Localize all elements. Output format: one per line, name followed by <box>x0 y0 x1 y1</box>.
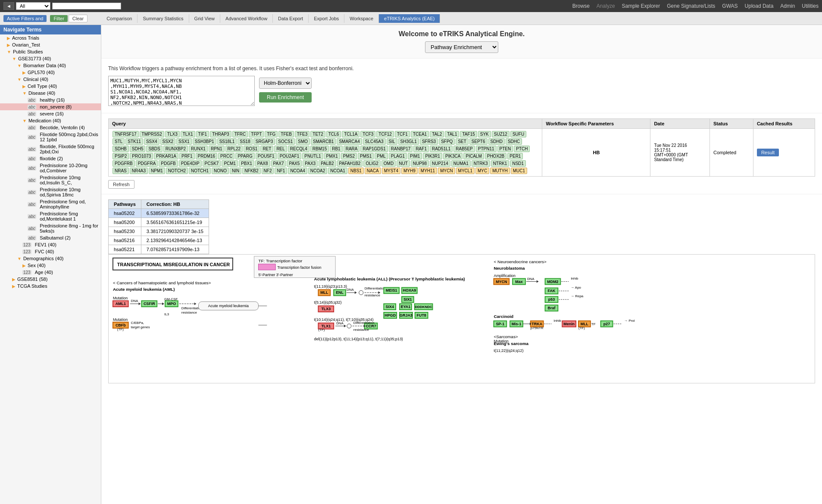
sidebar-label: Prednisolone 8mg - 1mg for 5wks(s <box>40 223 99 233</box>
nav-grid-view[interactable]: Grid View <box>189 14 220 23</box>
back-button[interactable]: ◄ <box>3 2 14 10</box>
nav-export-jobs[interactable]: Export Jobs <box>309 14 344 23</box>
sidebar-item-gpl570[interactable]: ▶ GPL570 (40) <box>0 69 101 76</box>
mycn-gene: MYCN <box>496 280 507 284</box>
diff-resistance-2b: resistance <box>365 293 381 297</box>
mdm2-gene: MDM2 <box>547 280 558 284</box>
sidebar-item-fvc[interactable]: 123 FVC (40) <box>0 248 101 255</box>
sidebar-item-fev1[interactable]: 123 FEV1 (40) <box>0 241 101 248</box>
gene-tag: NSD1 <box>510 160 526 167</box>
all-label: Acute lymphoblastic leukemia (ALL) (Prec… <box>314 277 465 281</box>
sidebar-item-flixotide3[interactable]: abc flixotide (2) <box>0 155 101 162</box>
gene-tag: PAX3 <box>303 160 318 167</box>
target-genes-label: target genes <box>131 325 150 329</box>
sidebar-item-pred5[interactable]: abc Prednisolone 5mg od,Montelukast 1 <box>0 210 101 222</box>
sidebar-item-disease[interactable]: ▼ Disease (40) <box>0 90 101 96</box>
gene-tag: PIM1 <box>408 153 422 159</box>
sidebar-item-age[interactable]: 123 Age (40) <box>0 269 101 276</box>
nav-gwas[interactable]: GWAS <box>722 3 738 9</box>
gene-tag: SH3GL1 <box>398 138 419 145</box>
run-enrichment-button[interactable]: Run Enrichment <box>259 92 312 103</box>
result-button[interactable]: Result <box>757 149 779 156</box>
gene-tag: MYCN <box>438 168 455 174</box>
nav-workspace[interactable]: Workspace <box>344 14 379 23</box>
sidebar-item-healthy[interactable]: abc healthy (16) <box>0 96 101 103</box>
pathway-table-row[interactable]: hsa052217.076285714197909e-13 <box>109 245 209 254</box>
gene-tag: TET2 <box>310 131 325 137</box>
mutation-label-1: Mutation <box>113 296 128 300</box>
sidebar-item-sex[interactable]: ▶ Sex (40) <box>0 262 101 269</box>
nav-analyze[interactable]: Analyze <box>597 3 615 9</box>
sidebar-item-cell-type[interactable]: ▶ Cell Type (40) <box>0 83 101 90</box>
refresh-button[interactable]: Refresh <box>108 180 134 189</box>
nav-advanced-workflow[interactable]: Advanced Workflow <box>220 14 273 23</box>
gene-tag: TFPT <box>249 131 264 137</box>
sidebar-item-clinical[interactable]: ▼ Clinical (40) <box>0 76 101 83</box>
sidebar-item-gse8581[interactable]: ▶ GSE8581 (58) <box>0 276 101 283</box>
correction-method-select[interactable]: Holm-BonferroniBonferroniBH <box>259 78 312 89</box>
nav-browse[interactable]: Browse <box>572 3 590 9</box>
gene-list-input[interactable]: MUC1,MUTYH,MYC,MYCL1,MYCN ,MYH11,MYH9,MY… <box>108 76 255 106</box>
fut8-gene: FUT8 <box>417 313 426 317</box>
sidebar-item-pred4[interactable]: abc Prednisolone 5mg od, Aminophylline <box>0 198 101 210</box>
sidebar-item-biomarker[interactable]: ▼ Biomarker Data (40) <box>0 62 101 69</box>
nav-utilities[interactable]: Utilities <box>802 3 819 9</box>
sidebar-item-public-studies[interactable]: ▼ Public Studies <box>0 48 101 55</box>
sidebar-item-gse31773[interactable]: ▼ GSE31773 (40) <box>0 55 101 62</box>
search-category-select[interactable]: All <box>16 2 50 10</box>
gene-tag: SUFU <box>510 131 526 137</box>
gene-tag: STL <box>113 138 125 145</box>
sidebar-item-ovarian-test[interactable]: ▶ Ovarian_Test <box>0 41 101 48</box>
nav-data-export[interactable]: Data Export <box>273 14 309 23</box>
gene-tag: TFG <box>265 131 278 137</box>
sidebar-label: Age (40) <box>35 270 53 275</box>
sidebar-item-across-trials[interactable]: ▶ Across Trials <box>0 34 101 41</box>
gene-tag: SSX1 <box>176 138 192 145</box>
gene-tag: NCOA2 <box>308 168 327 174</box>
sidebar-item-pred3[interactable]: abc Prednisolone 10mg od,Spiriva 18mc <box>0 186 101 198</box>
gene-tag: TNFRSF17 <box>113 131 139 137</box>
pathway-table-row[interactable]: hsa052026.538599733361786e-32 <box>109 209 209 218</box>
folder-icon: ▼ <box>17 63 22 68</box>
clear-button[interactable]: Clear <box>69 15 88 22</box>
csfir-gene: CSFIR <box>144 302 155 306</box>
max-gene: Max <box>515 280 522 284</box>
gene-tag: SDHD <box>488 138 505 145</box>
gene-tag: RAB5EP <box>453 146 475 152</box>
sidebar-item-severe[interactable]: abc severe (16) <box>0 110 101 117</box>
gene-tag: SET <box>456 138 468 145</box>
filter-button[interactable]: Filter <box>50 15 67 22</box>
sidebar-item-flixotide1[interactable]: abc Flixotide 500mcg 2pbd,Oxis 12 1pbd <box>0 131 101 143</box>
sidebar-item-non-severe[interactable]: abc non_severe (8) <box>0 103 101 110</box>
sidebar-item-pred6[interactable]: abc Prednisolone 8mg - 1mg for 5wks(s <box>0 222 101 234</box>
sidebar-item-salbutamol[interactable]: abc Salbutamol (2) <box>0 234 101 241</box>
sidebar-item-tcga[interactable]: ▶ TCGA Studies <box>0 283 101 289</box>
sidebar-item-pred2[interactable]: abc Prednisolone 10mg od,Insulin S_C, <box>0 174 101 186</box>
gene-tag: SMO <box>296 138 310 145</box>
nav-etriks-analytics[interactable]: eTRIKS Analytics (EAE) <box>379 14 440 23</box>
search-input[interactable] <box>52 3 121 9</box>
sidebar-item-becotide[interactable]: abc Becotide, Ventolin (4) <box>0 124 101 131</box>
analysis-type-select[interactable]: Pathway Enrichment <box>425 41 498 53</box>
pathway-table-row[interactable]: hsa052003.5651676361651215e-19 <box>109 218 209 227</box>
nav-upload-data[interactable]: Upload Data <box>745 3 774 9</box>
sidebar-item-flixotide2[interactable]: abc flixotide, Flixotide 500mcg 2pbd,Oxi <box>0 143 101 155</box>
pathway-table-row[interactable]: hsa052303.381721090320737 3e-15 <box>109 227 209 236</box>
sidebar-item-demographics[interactable]: ▼ Demographics (40) <box>0 255 101 262</box>
nav-admin[interactable]: Admin <box>780 3 795 9</box>
t514-label: t(5;14)(q35;q32) <box>314 300 342 305</box>
nav-sample-explorer[interactable]: Sample Explorer <box>622 3 660 9</box>
gene-tag: POU5F1 <box>256 153 277 159</box>
sidebar-item-medication[interactable]: ▼ Medication (40) <box>0 117 101 124</box>
nav-summary-statistics[interactable]: Summary Statistics <box>138 14 189 23</box>
sidebar-item-pred1[interactable]: abc Prednisolone 10-20mg od,Combiver <box>0 162 101 174</box>
tf-label-cbfb: (TF) <box>117 327 124 331</box>
del11-label: del(11)(p12p13), t(11;14)(p13;q11), t(7;… <box>314 337 403 341</box>
nav-gene-signature[interactable]: Gene Signature/Lists <box>667 3 715 9</box>
pathway-table-row[interactable]: hsa052162.1392964142846546e-13 <box>109 236 209 245</box>
pathway-rows[interactable]: hsa052026.538599733361786e-32hsa052003.5… <box>109 209 209 254</box>
nav-comparison[interactable]: Comparison <box>101 14 138 23</box>
neuroblastoma-label: Neuroblastoma <box>494 266 525 271</box>
gene-tag: SSH3BP1 <box>193 138 216 145</box>
gene-tag: NF2 <box>262 168 274 174</box>
